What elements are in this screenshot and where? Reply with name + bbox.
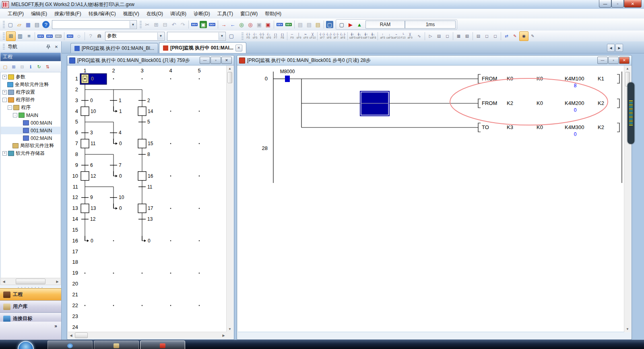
statement-icon[interactable]: ▤ bbox=[474, 32, 483, 41]
taskbar-button-1[interactable] bbox=[47, 341, 93, 349]
tab-scroll-right-icon[interactable]: ▶ bbox=[615, 44, 623, 52]
edit-assist2-icon[interactable]: ▤ bbox=[435, 32, 443, 41]
edit-last-icon[interactable]: ✎ bbox=[528, 32, 537, 41]
fkey-aF7-button[interactable]: ┤↑├aF7 bbox=[332, 31, 339, 41]
tab-scroll-left-icon[interactable]: ◀ bbox=[607, 44, 615, 52]
monitor-red-icon[interactable]: ▣ bbox=[264, 20, 272, 29]
doc-find-icon[interactable]: ▢ bbox=[227, 32, 236, 41]
menu-item-9[interactable]: 工具(T) bbox=[214, 9, 237, 18]
paste-icon[interactable]: ⊟ bbox=[161, 20, 169, 29]
program-select-combo[interactable]: 参数▼ bbox=[105, 32, 165, 41]
device-display-icon[interactable]: DEV bbox=[190, 20, 199, 29]
scroll-right-icon[interactable]: ▶ bbox=[221, 333, 227, 338]
expand-icon[interactable]: + bbox=[2, 75, 7, 79]
expand-icon[interactable]: - bbox=[13, 113, 17, 117]
sort-icon[interactable]: ⇅ bbox=[43, 63, 52, 71]
fkey-caF10-button[interactable]: ⌁caF10 bbox=[393, 31, 400, 41]
edit-assist3-icon[interactable]: ◻ bbox=[443, 32, 452, 41]
note1-icon[interactable]: ◻ bbox=[483, 32, 491, 41]
find-binocular-icon[interactable]: ⋒ bbox=[95, 32, 104, 41]
fkey-caF5-button[interactable]: ↓caF5 bbox=[386, 31, 393, 41]
verify-icon[interactable]: ◎ bbox=[237, 20, 246, 29]
minimize-button[interactable]: — bbox=[599, 0, 611, 8]
tab-close-icon[interactable]: ✕ bbox=[235, 45, 242, 51]
hst-icon[interactable]: ∿ bbox=[415, 32, 423, 41]
cut-icon[interactable]: ✂ bbox=[143, 20, 152, 29]
fkey-sF9-button[interactable]: │sF9 bbox=[295, 31, 302, 41]
note2-icon[interactable]: ◻ bbox=[491, 32, 500, 41]
close-panel-icon[interactable]: ✕ bbox=[53, 44, 60, 50]
tree-item-MAIN[interactable]: -MAIN bbox=[1, 111, 60, 119]
tree-item-000:MAIN[interactable]: 000:MAIN bbox=[1, 119, 60, 127]
toolbar-grip[interactable] bbox=[140, 21, 142, 28]
toolbar-grip[interactable] bbox=[3, 33, 5, 40]
fkey-saF6-button[interactable]: ╫↓saF6 bbox=[356, 31, 363, 41]
chevron-down-icon[interactable]: ▼ bbox=[219, 33, 225, 40]
monitor-gray-icon[interactable]: ▣ bbox=[255, 20, 264, 29]
pin-icon[interactable] bbox=[45, 44, 52, 50]
monitor-stop-icon[interactable]: ▲ bbox=[355, 20, 364, 29]
tab-document-2[interactable]: [PRG]监视 执行中 001:MAI...✕ bbox=[159, 42, 246, 53]
chevron-down-icon[interactable]: ▼ bbox=[157, 33, 164, 40]
device-read-icon[interactable]: DEV bbox=[275, 20, 284, 29]
menu-item-11[interactable]: 帮助(H) bbox=[261, 9, 285, 18]
undo-icon[interactable]: ↶ bbox=[169, 20, 178, 29]
child-close-button[interactable]: ✕ bbox=[221, 57, 232, 64]
fkey-aF9-button[interactable]: ╳aF9 bbox=[407, 31, 413, 41]
list-icon[interactable]: ≡ bbox=[25, 32, 33, 41]
tree-item-软元件存储器[interactable]: +软元件存储器 bbox=[1, 150, 60, 157]
ladder-editor[interactable]: 028M8000FROMK0K0K4M100K18FROMK2K0K4M200K… bbox=[238, 66, 631, 339]
expand-icon[interactable]: + bbox=[2, 90, 7, 94]
redo-icon[interactable]: ↷ bbox=[178, 20, 187, 29]
tree-item-全局软元件注释[interactable]: 全局软元件注释 bbox=[1, 81, 60, 88]
menu-item-10[interactable]: 窗口(W) bbox=[237, 9, 261, 18]
device-find-icon[interactable]: ◌ bbox=[74, 32, 83, 41]
close-button[interactable]: ✕ bbox=[624, 0, 642, 8]
tree-item-参数[interactable]: +参数 bbox=[1, 73, 60, 81]
menu-item-4[interactable]: 转换/编译(C) bbox=[85, 9, 120, 18]
memory-target-field[interactable]: RAM bbox=[365, 21, 405, 29]
write-plc-icon[interactable]: → bbox=[219, 20, 228, 29]
fkey-cF10-button[interactable]: ╳cF10 bbox=[309, 31, 316, 41]
expand-icon[interactable]: + bbox=[2, 151, 7, 156]
fkey-aF8-button[interactable]: ┤↓├aF8 bbox=[339, 31, 346, 41]
help-icon[interactable]: ? bbox=[42, 21, 50, 28]
menu-item-6[interactable]: 在线(O) bbox=[143, 9, 167, 18]
monitor-watch-icon[interactable]: ◉ bbox=[519, 31, 528, 41]
monitor-start-icon[interactable]: ▶ bbox=[346, 20, 355, 29]
navigation-toggle-icon[interactable]: ⊞ bbox=[6, 31, 16, 41]
print-icon[interactable]: ▤ bbox=[33, 20, 41, 29]
child-restore-button[interactable]: ▫ bbox=[608, 57, 619, 64]
fkey-saF8-button[interactable]: ╫↓saF8 bbox=[369, 31, 376, 41]
scroll-right-icon[interactable]: ▶ bbox=[54, 279, 60, 284]
device-write-icon[interactable]: DEV bbox=[284, 20, 293, 29]
nav-hscrollbar[interactable]: ◀ ▶ bbox=[0, 278, 61, 285]
chevron-down-icon[interactable]: ▼ bbox=[130, 21, 136, 28]
sfc-hscrollbar[interactable]: ◀ ▶ bbox=[68, 332, 227, 339]
device-ccl-icon[interactable]: DEV bbox=[54, 32, 63, 41]
write-mode-icon[interactable]: ▧ bbox=[463, 32, 471, 41]
paste-item-icon[interactable]: ⊟ bbox=[18, 63, 26, 71]
new-icon[interactable]: ▢ bbox=[6, 20, 15, 29]
doc1-icon[interactable]: ▤ bbox=[296, 20, 305, 29]
module-icon[interactable]: ▥ bbox=[16, 32, 25, 41]
wire-write2-icon[interactable]: ✎ bbox=[511, 32, 519, 41]
new-item-icon[interactable]: ▢ bbox=[1, 63, 9, 71]
fkey-saF7-button[interactable]: ╫↑saF7 bbox=[363, 31, 369, 41]
device-memory-icon[interactable]: DEV bbox=[45, 32, 54, 41]
fkey-sF8-button[interactable]: ┤↓├sF8 bbox=[326, 31, 332, 41]
zoom-slider-widget[interactable] bbox=[627, 82, 634, 144]
edit-assist1-icon[interactable]: ▷ bbox=[426, 32, 435, 41]
fkey-F10-button[interactable]: └F10 bbox=[400, 31, 407, 41]
child-minimize-button[interactable]: — bbox=[597, 57, 608, 64]
fkey-saF5-button[interactable]: ╫↑saF5 bbox=[349, 31, 356, 41]
sfc-vscrollbar[interactable]: ▲ ▼ bbox=[226, 66, 233, 332]
tree-item-程序设置[interactable]: +程序设置 bbox=[1, 88, 60, 96]
tree-item-局部软元件注释[interactable]: 局部软元件注释 bbox=[1, 142, 60, 150]
device-watch-icon[interactable]: DEV bbox=[66, 32, 74, 41]
pc-monitor-icon[interactable]: ▢ bbox=[326, 21, 333, 28]
menu-item-2[interactable]: 编辑(E) bbox=[27, 9, 51, 18]
more-buttons-chevron[interactable]: » bbox=[0, 322, 61, 340]
sfc-editor[interactable]: 1234512345678910111213141516171819202122… bbox=[68, 66, 233, 339]
device-test-icon[interactable]: ▣ bbox=[200, 21, 207, 28]
